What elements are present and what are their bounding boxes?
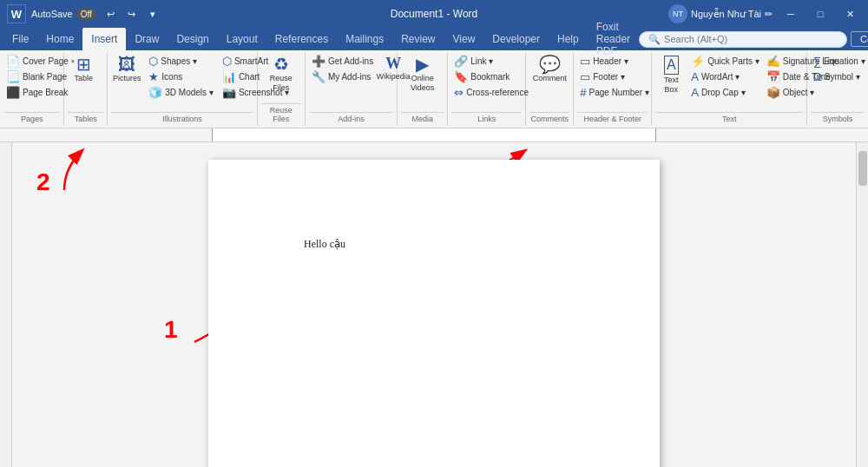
tab-foxit[interactable]: Foxit Reader PDF [588,28,639,50]
symbols-label: Symbols [811,112,865,124]
search-input[interactable] [664,34,820,44]
icons-icon: ★ [148,70,159,83]
ribbon-group-illustrations: 🖼 Pictures ⬡ Shapes ▾ ★ Icons 🧊 3D Model… [108,52,258,126]
comments-button[interactable]: Comments [851,31,868,47]
my-addins-button[interactable]: 🔧 My Add-ins [309,69,376,84]
header-button[interactable]: ▭ Header ▾ [577,54,652,69]
screenshot-icon: 📷 [222,86,236,99]
link-button[interactable]: 🔗 Link ▾ [451,54,531,69]
tab-view[interactable]: View [444,28,484,50]
ribbon-group-text: A Text Box ⚡ Quick Parts ▾ A WordArt ▾ A… [652,52,807,126]
content-area: 2 1 3 Hello cậu [0,142,868,467]
illustrations-label: Illustrations [111,112,253,124]
links-label: Links [451,112,522,124]
comment-button[interactable]: 💬 Comment [529,54,569,85]
symbols-col: ∑ Equation ▾ Ω Symbol ▾ [811,54,868,84]
table-icon: ⊞ [76,56,91,73]
header-icon: ▭ [580,55,590,68]
tab-file[interactable]: File [3,28,37,50]
annotation-1: 1 [164,316,178,344]
ribbon-group-tables: ⊞ Table Tables [64,52,108,126]
ribbon-tabs: File Home Insert Draw Design Layout Refe… [0,28,868,50]
signature-line-icon: ✍ [766,55,780,68]
autosave-toggle-state[interactable]: Off [76,9,96,20]
document-text[interactable]: Hello cậu [304,238,345,251]
title-bar: W AutoSave Off ↩ ↪ ▾ Document1 - Word NT… [0,0,868,28]
tab-developer[interactable]: Developer [483,28,549,50]
shapes-button[interactable]: ⬡ Shapes ▾ [146,54,216,69]
equation-button[interactable]: ∑ Equation ▾ [811,54,868,69]
search-icon: 🔍 [648,34,661,45]
redo-button[interactable]: ↪ [122,4,141,23]
links-group-content: 🔗 Link ▾ 🔖 Bookmark ⇔ Cross-reference [451,54,522,110]
ruler-inner [212,128,656,141]
search-bar[interactable]: 🔍 [639,31,847,48]
close-button[interactable]: ✕ [838,3,861,25]
tables-group-content: ⊞ Table [68,54,103,110]
tab-insert[interactable]: Insert [82,28,126,50]
page-break-icon: ⬛ [6,86,20,99]
tab-mailings[interactable]: Mailings [337,28,392,50]
annotation-2: 2 [36,168,50,196]
blank-page-icon: 📃 [6,70,20,83]
online-videos-icon: ▶ [416,56,429,73]
tab-draw[interactable]: Draw [126,28,168,50]
illus-group-content: 🖼 Pictures ⬡ Shapes ▾ ★ Icons 🧊 3D Model… [111,54,253,110]
pages-label: Pages [3,112,60,124]
undo-button[interactable]: ↩ [102,4,121,23]
edit-icon: ✏ [765,9,773,20]
main-content: 2 1 3 Hello cậu [0,142,868,467]
cross-ref-icon: ⇔ [454,86,464,99]
icons-button[interactable]: ★ Icons [146,69,216,84]
tab-references[interactable]: References [266,28,337,50]
wordart-button[interactable]: A WordArt ▾ [688,69,761,84]
document-title: Document1 - Word [292,8,576,20]
user-info: NT Nguyễn Như Tài ✏ [668,4,773,23]
tab-home[interactable]: Home [37,28,82,50]
cross-reference-button[interactable]: ⇔ Cross-reference [451,85,531,100]
pictures-button[interactable]: 🖼 Pictures [111,54,142,85]
3d-models-button[interactable]: 🧊 3D Models ▾ [146,85,216,100]
vertical-scrollbar[interactable] [856,142,868,467]
hf-col: ▭ Header ▾ ▭ Footer ▾ # Page Number ▾ [577,54,652,100]
minimize-button[interactable]: ─ [779,3,802,25]
document-page[interactable]: Hello cậu [208,160,660,467]
quick-access-more[interactable]: ▾ [143,4,162,23]
bookmark-button[interactable]: 🔖 Bookmark [451,69,531,84]
chart-icon: 📊 [222,70,236,83]
quick-parts-button[interactable]: ⚡ Quick Parts ▾ [688,54,761,69]
get-addins-button[interactable]: ➕ Get Add-ins [309,54,376,69]
tab-review[interactable]: Review [392,28,444,50]
autosave-toggle[interactable]: AutoSave Off [31,9,96,20]
document-scroll-area[interactable]: 2 1 3 Hello cậu [12,142,856,467]
tables-label: Tables [68,112,103,124]
user-name: Nguyễn Như Tài [691,9,761,20]
user-avatar: NT [668,4,687,23]
illus-col: ⬡ Shapes ▾ ★ Icons 🧊 3D Models ▾ [146,54,216,100]
page-number-button[interactable]: # Page Number ▾ [577,85,652,100]
drop-cap-button[interactable]: A Drop Cap ▾ [688,85,761,100]
symbol-button[interactable]: Ω Symbol ▾ [811,69,868,84]
table-button[interactable]: ⊞ Table [68,54,99,85]
addins-col: ➕ Get Add-ins 🔧 My Add-ins [309,54,376,84]
tab-help[interactable]: Help [549,28,588,50]
text-label: Text [655,112,803,124]
tab-layout[interactable]: Layout [218,28,266,50]
shapes-icon: ⬡ [148,55,158,68]
media-group-content: ▶ Online Videos [401,54,444,110]
symbol-icon: Ω [813,70,822,83]
links-col: 🔗 Link ▾ 🔖 Bookmark ⇔ Cross-reference [451,54,531,100]
title-bar-left: W AutoSave Off ↩ ↪ ▾ [7,4,292,23]
wordart-icon: A [691,70,699,83]
my-addins-icon: 🔧 [312,70,326,83]
footer-button[interactable]: ▭ Footer ▾ [577,69,652,84]
footer-icon: ▭ [580,70,590,83]
text-box-button[interactable]: A Text Box [655,54,687,96]
scroll-thumb[interactable] [858,151,867,186]
tab-design[interactable]: Design [168,28,217,50]
ribbon-group-pages: 📄 Cover Page ▾ 📃 Blank Page ⬛ Page Break… [0,52,64,126]
online-videos-button[interactable]: ▶ Online Videos [401,54,444,95]
reuse-files-button[interactable]: ♻ Reuse Files [261,54,301,95]
maximize-button[interactable]: □ [809,3,832,25]
symbols-group-content: ∑ Equation ▾ Ω Symbol ▾ [811,54,865,110]
